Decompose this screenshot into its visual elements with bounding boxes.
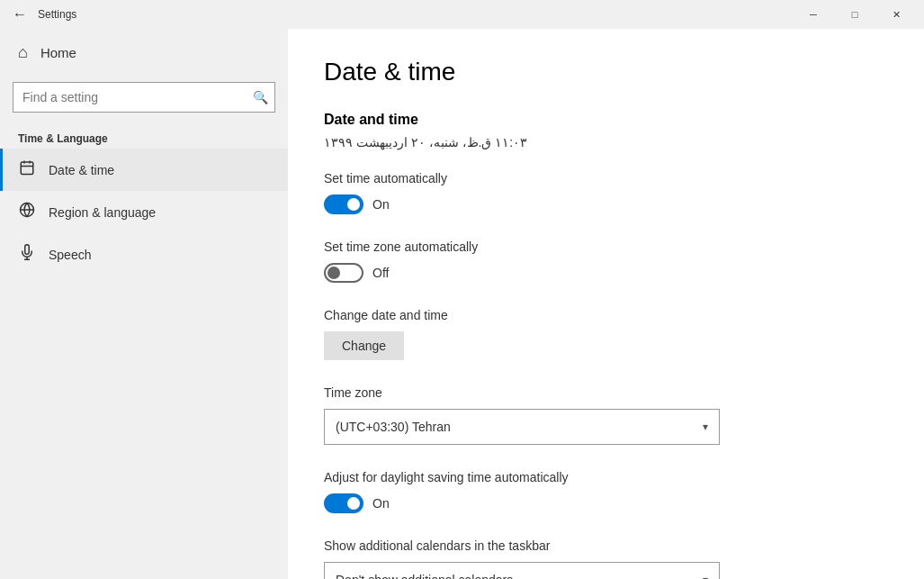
timezone-value: (UTC+03:30) Tehran <box>336 420 703 434</box>
sidebar-section-header: Time & Language <box>0 125 288 149</box>
additional-calendars-value: Don't show additional calendars <box>336 573 703 579</box>
content-area: Date & time Date and time ۱۱:۰۳ ق.ظ، شنب… <box>288 29 924 579</box>
svg-rect-0 <box>21 162 33 175</box>
close-button[interactable]: ✕ <box>875 0 917 29</box>
set-time-auto-label: Set time automatically <box>324 171 888 185</box>
set-timezone-auto-toggle[interactable] <box>324 263 363 283</box>
daylight-saving-toggle-row: On <box>324 493 888 513</box>
timezone-label: Time zone <box>324 385 888 400</box>
sidebar-item-region-language[interactable]: Region & language <box>0 191 288 233</box>
sidebar-item-date-time[interactable]: Date & time <box>0 149 288 191</box>
date-time-icon <box>18 159 36 180</box>
sidebar-home[interactable]: ⌂ Home <box>0 29 288 77</box>
daylight-saving-track <box>324 493 363 513</box>
speech-icon <box>18 244 36 265</box>
sidebar-search: 🔍 <box>13 82 275 113</box>
sidebar: ⌂ Home 🔍 Time & Language Date & time Reg… <box>0 29 288 579</box>
daylight-saving-thumb <box>347 497 360 510</box>
section-title: Date and time <box>324 112 888 128</box>
set-timezone-auto-thumb <box>327 267 340 279</box>
set-timezone-auto-group: Set time zone automatically Off <box>324 240 888 283</box>
additional-calendars-label: Show additional calendars in the taskbar <box>324 538 888 553</box>
daylight-saving-label: Adjust for daylight saving time automati… <box>324 470 888 484</box>
set-time-auto-toggle-row: On <box>324 195 888 214</box>
window-controls: ─ □ ✕ <box>793 0 917 29</box>
set-time-auto-state: On <box>372 197 390 212</box>
sidebar-item-label-speech: Speech <box>49 248 91 262</box>
daylight-saving-toggle[interactable] <box>324 493 363 513</box>
set-timezone-auto-toggle-row: Off <box>324 263 888 283</box>
timezone-dropdown[interactable]: (UTC+03:30) Tehran ▾ <box>324 409 720 445</box>
timezone-group: Time zone (UTC+03:30) Tehran ▾ <box>324 385 888 445</box>
sidebar-item-label-region: Region & language <box>49 205 156 220</box>
set-timezone-auto-state: Off <box>372 266 389 280</box>
titlebar-title: Settings <box>38 8 793 21</box>
set-time-auto-toggle[interactable] <box>324 195 363 214</box>
set-timezone-auto-label: Set time zone automatically <box>324 240 888 254</box>
set-time-auto-track <box>324 195 363 214</box>
sidebar-home-label: Home <box>40 45 76 60</box>
change-date-time-group: Change date and time Change <box>324 308 888 360</box>
set-time-auto-group: Set time automatically On <box>324 171 888 214</box>
additional-calendars-dropdown[interactable]: Don't show additional calendars ▾ <box>324 562 720 579</box>
set-timezone-auto-track <box>324 263 363 283</box>
titlebar: ← Settings ─ □ ✕ <box>0 0 924 29</box>
dropdown-arrow-icon-2: ▾ <box>703 574 708 579</box>
home-icon: ⌂ <box>18 43 28 62</box>
back-button[interactable]: ← <box>7 2 32 27</box>
set-time-auto-thumb <box>347 198 360 211</box>
daylight-saving-group: Adjust for daylight saving time automati… <box>324 470 888 513</box>
maximize-button[interactable]: □ <box>834 0 875 29</box>
page-title: Date & time <box>324 58 888 86</box>
dropdown-arrow-icon: ▾ <box>703 421 708 433</box>
search-input[interactable] <box>13 82 275 113</box>
app-body: ⌂ Home 🔍 Time & Language Date & time Reg… <box>0 29 924 579</box>
region-icon <box>18 202 36 222</box>
daylight-saving-state: On <box>372 496 390 511</box>
change-date-time-label: Change date and time <box>324 308 888 322</box>
sidebar-item-label-date-time: Date & time <box>49 163 114 177</box>
current-datetime: ۱۱:۰۳ ق.ظ، شنبه، ۲۰ اردیبهشت ۱۳۹۹ <box>324 135 888 149</box>
sidebar-item-speech[interactable]: Speech <box>0 233 288 276</box>
minimize-button[interactable]: ─ <box>793 0 834 29</box>
additional-calendars-group: Show additional calendars in the taskbar… <box>324 538 888 579</box>
change-button[interactable]: Change <box>324 331 404 360</box>
